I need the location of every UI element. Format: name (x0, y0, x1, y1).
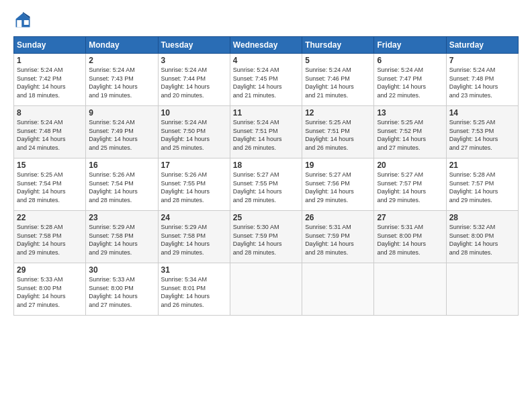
day-number: 18 (233, 161, 299, 170)
day-info: Sunrise: 5:24 AMSunset: 7:44 PMDaylight:… (161, 66, 227, 99)
day-info: Sunrise: 5:24 AMSunset: 7:42 PMDaylight:… (17, 66, 83, 99)
day-number: 13 (377, 108, 443, 118)
day-number: 24 (161, 213, 227, 222)
calendar-day-27: 27Sunrise: 5:31 AMSunset: 8:00 PMDayligh… (374, 211, 446, 263)
calendar-week-5: 29Sunrise: 5:33 AMSunset: 8:00 PMDayligh… (14, 263, 519, 316)
day-number: 31 (161, 265, 227, 275)
calendar-day-5: 5Sunrise: 5:24 AMSunset: 7:46 PMDaylight… (302, 54, 374, 106)
calendar-day-14: 14Sunrise: 5:25 AMSunset: 7:53 PMDayligh… (446, 106, 518, 158)
day-info: Sunrise: 5:27 AMSunset: 7:55 PMDaylight:… (233, 171, 299, 204)
calendar-day-31: 31Sunrise: 5:34 AMSunset: 8:01 PMDayligh… (158, 263, 230, 316)
day-number: 22 (17, 213, 83, 222)
day-number: 17 (161, 161, 227, 170)
day-info: Sunrise: 5:27 AMSunset: 7:57 PMDaylight:… (377, 171, 443, 204)
day-number: 3 (161, 56, 227, 65)
calendar-day-1: 1Sunrise: 5:24 AMSunset: 7:42 PMDaylight… (14, 54, 86, 106)
calendar-header-wednesday: Wednesday (230, 37, 302, 54)
day-info: Sunrise: 5:24 AMSunset: 7:50 PMDaylight:… (161, 118, 227, 152)
calendar-empty-cell (446, 263, 518, 316)
day-number: 29 (17, 265, 83, 275)
calendar-table: SundayMondayTuesdayWednesdayThursdayFrid… (13, 36, 519, 316)
calendar-header-sunday: Sunday (14, 37, 86, 54)
calendar-day-16: 16Sunrise: 5:26 AMSunset: 7:54 PMDayligh… (86, 158, 158, 211)
day-number: 16 (89, 161, 154, 170)
calendar-header-saturday: Saturday (446, 37, 518, 54)
calendar-day-29: 29Sunrise: 5:33 AMSunset: 8:00 PMDayligh… (14, 263, 86, 316)
calendar-day-19: 19Sunrise: 5:27 AMSunset: 7:56 PMDayligh… (302, 158, 374, 211)
calendar-header-row: SundayMondayTuesdayWednesdayThursdayFrid… (14, 37, 519, 54)
day-info: Sunrise: 5:26 AMSunset: 7:54 PMDaylight:… (89, 171, 154, 204)
day-info: Sunrise: 5:25 AMSunset: 7:52 PMDaylight:… (377, 118, 443, 152)
calendar-week-1: 1Sunrise: 5:24 AMSunset: 7:42 PMDaylight… (14, 54, 519, 106)
day-number: 8 (17, 108, 83, 118)
day-number: 27 (377, 213, 443, 222)
day-number: 23 (89, 213, 154, 222)
day-number: 5 (305, 56, 371, 65)
calendar-header-thursday: Thursday (302, 37, 374, 54)
calendar-day-30: 30Sunrise: 5:33 AMSunset: 8:00 PMDayligh… (86, 263, 158, 316)
day-info: Sunrise: 5:30 AMSunset: 7:59 PMDaylight:… (233, 223, 299, 257)
day-number: 30 (89, 265, 154, 275)
logo-icon (13, 11, 32, 30)
calendar-day-24: 24Sunrise: 5:29 AMSunset: 7:58 PMDayligh… (158, 211, 230, 263)
day-number: 11 (233, 108, 299, 118)
calendar-header-monday: Monday (86, 37, 158, 54)
day-info: Sunrise: 5:24 AMSunset: 7:48 PMDaylight:… (449, 66, 515, 99)
svg-rect-3 (17, 20, 21, 28)
calendar-day-25: 25Sunrise: 5:30 AMSunset: 7:59 PMDayligh… (230, 211, 302, 263)
day-number: 7 (449, 56, 515, 65)
calendar-header-tuesday: Tuesday (158, 37, 230, 54)
calendar-day-28: 28Sunrise: 5:32 AMSunset: 8:00 PMDayligh… (446, 211, 518, 263)
calendar-empty-cell (374, 263, 446, 316)
day-info: Sunrise: 5:28 AMSunset: 7:58 PMDaylight:… (17, 223, 83, 257)
calendar-day-8: 8Sunrise: 5:24 AMSunset: 7:48 PMDaylight… (14, 106, 86, 158)
day-info: Sunrise: 5:31 AMSunset: 8:00 PMDaylight:… (377, 223, 443, 257)
calendar-day-22: 22Sunrise: 5:28 AMSunset: 7:58 PMDayligh… (14, 211, 86, 263)
day-info: Sunrise: 5:25 AMSunset: 7:51 PMDaylight:… (305, 118, 371, 152)
day-info: Sunrise: 5:29 AMSunset: 7:58 PMDaylight:… (89, 223, 154, 257)
day-info: Sunrise: 5:33 AMSunset: 8:00 PMDaylight:… (89, 275, 154, 309)
day-info: Sunrise: 5:33 AMSunset: 8:00 PMDaylight:… (17, 275, 83, 309)
day-number: 19 (305, 161, 371, 170)
day-number: 28 (449, 213, 515, 222)
calendar-day-21: 21Sunrise: 5:28 AMSunset: 7:57 PMDayligh… (446, 158, 518, 211)
day-number: 6 (377, 56, 443, 65)
calendar-day-11: 11Sunrise: 5:24 AMSunset: 7:51 PMDayligh… (230, 106, 302, 158)
day-number: 25 (233, 213, 299, 222)
day-number: 12 (305, 108, 371, 118)
day-number: 9 (89, 108, 154, 118)
calendar-day-9: 9Sunrise: 5:24 AMSunset: 7:49 PMDaylight… (86, 106, 158, 158)
day-info: Sunrise: 5:31 AMSunset: 7:59 PMDaylight:… (305, 223, 371, 257)
day-number: 21 (449, 161, 515, 170)
day-number: 14 (449, 108, 515, 118)
calendar-empty-cell (302, 263, 374, 316)
calendar-week-2: 8Sunrise: 5:24 AMSunset: 7:48 PMDaylight… (14, 106, 519, 158)
day-number: 2 (89, 56, 154, 65)
day-info: Sunrise: 5:32 AMSunset: 8:00 PMDaylight:… (449, 223, 515, 257)
day-number: 20 (377, 161, 443, 170)
header (13, 11, 519, 30)
day-info: Sunrise: 5:25 AMSunset: 7:54 PMDaylight:… (17, 171, 83, 204)
day-info: Sunrise: 5:25 AMSunset: 7:53 PMDaylight:… (449, 118, 515, 152)
day-info: Sunrise: 5:34 AMSunset: 8:01 PMDaylight:… (161, 275, 227, 309)
day-number: 10 (161, 108, 227, 118)
calendar-day-2: 2Sunrise: 5:24 AMSunset: 7:43 PMDaylight… (86, 54, 158, 106)
calendar-day-3: 3Sunrise: 5:24 AMSunset: 7:44 PMDaylight… (158, 54, 230, 106)
logo (13, 11, 35, 30)
calendar-week-3: 15Sunrise: 5:25 AMSunset: 7:54 PMDayligh… (14, 158, 519, 211)
day-info: Sunrise: 5:24 AMSunset: 7:46 PMDaylight:… (305, 66, 371, 99)
day-info: Sunrise: 5:24 AMSunset: 7:45 PMDaylight:… (233, 66, 299, 99)
svg-rect-4 (24, 20, 29, 25)
calendar-day-7: 7Sunrise: 5:24 AMSunset: 7:48 PMDaylight… (446, 54, 518, 106)
day-info: Sunrise: 5:29 AMSunset: 7:58 PMDaylight:… (161, 223, 227, 257)
calendar-day-26: 26Sunrise: 5:31 AMSunset: 7:59 PMDayligh… (302, 211, 374, 263)
calendar-day-18: 18Sunrise: 5:27 AMSunset: 7:55 PMDayligh… (230, 158, 302, 211)
day-info: Sunrise: 5:24 AMSunset: 7:43 PMDaylight:… (89, 66, 154, 99)
calendar-day-12: 12Sunrise: 5:25 AMSunset: 7:51 PMDayligh… (302, 106, 374, 158)
calendar-header-friday: Friday (374, 37, 446, 54)
day-info: Sunrise: 5:28 AMSunset: 7:57 PMDaylight:… (449, 171, 515, 204)
day-number: 15 (17, 161, 83, 170)
calendar-day-15: 15Sunrise: 5:25 AMSunset: 7:54 PMDayligh… (14, 158, 86, 211)
day-number: 4 (233, 56, 299, 65)
page: SundayMondayTuesdayWednesdayThursdayFrid… (0, 0, 532, 411)
